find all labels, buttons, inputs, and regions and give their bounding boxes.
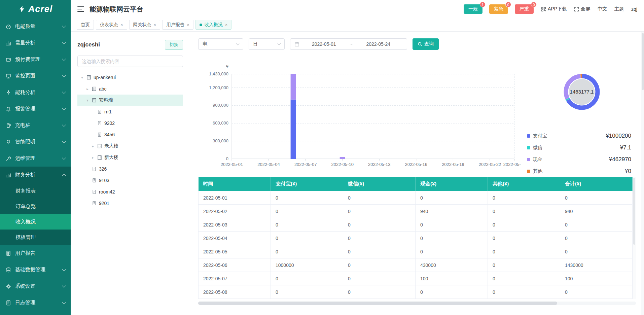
tab-home[interactable]: 首页	[77, 20, 94, 30]
svg-text:1463177.1: 1463177.1	[570, 89, 594, 95]
basic-data-icon	[5, 267, 11, 273]
scrollbar-thumb[interactable]	[633, 178, 635, 245]
tree-node-3456[interactable]: 3456	[77, 129, 183, 140]
sidebar: Acrel 电能质量需量分析预付费管理监控页面能耗分析报警管理充电桩智能照明运维…	[0, 0, 71, 315]
sidebar-item-basic-data[interactable]: 基础数据管理	[0, 261, 71, 278]
legend-value: ¥7.1	[620, 144, 631, 151]
tree-node-abc[interactable]: ▸abc	[77, 83, 183, 95]
sidebar-item-monitor-page[interactable]: 监控页面	[0, 68, 71, 84]
close-icon[interactable]: ×	[120, 23, 123, 27]
tree-node-rrr1[interactable]: rrr1	[77, 106, 183, 117]
sidebar-item-system-settings[interactable]: 系统设置	[0, 278, 71, 294]
tree-node-room42[interactable]: room42	[77, 186, 183, 198]
table-cell: 0	[271, 232, 343, 245]
svg-text:2022-05-24: 2022-05-24	[503, 162, 521, 167]
close-icon[interactable]: ×	[154, 23, 156, 27]
sidebar-item-power-quality[interactable]: 电能质量	[0, 18, 71, 35]
sidebar-item-order-overview[interactable]: 订单总览	[0, 199, 71, 214]
tree-node-老大楼[interactable]: ▸老大楼	[77, 140, 183, 152]
tree-node-up-ankerui[interactable]: ▾up-ankerui	[77, 72, 183, 83]
alert-pills: 一般1紧急0严重0	[464, 4, 534, 14]
sidebar-item-ops-management[interactable]: 运维管理	[0, 150, 71, 167]
sidebar-item-income-overview[interactable]: 收入概况	[0, 214, 71, 230]
sidebar-item-label: 基础数据管理	[15, 267, 45, 273]
sidebar-item-prepaid-management[interactable]: 预付费管理	[0, 51, 71, 68]
topbar-right: 一般1紧急0严重0 APP下载 全屏 中文	[464, 4, 637, 14]
tree-node-326[interactable]: 326	[77, 163, 183, 175]
tab-gateway-status[interactable]: 网关状态×	[129, 20, 160, 30]
table-row: 2022-05-061000000043000001430000	[199, 258, 633, 272]
sidebar-item-log-management[interactable]: 日志管理	[0, 294, 71, 311]
switch-project-button[interactable]: 切换	[165, 40, 183, 50]
table-cell: 0	[416, 218, 488, 232]
page-scrollbar[interactable]	[641, 32, 644, 315]
legend-label: 其他	[533, 168, 542, 174]
legend-value: ¥0	[625, 168, 631, 175]
scrollbar-thumb[interactable]	[642, 33, 644, 90]
svg-text:2022-05-13: 2022-05-13	[368, 162, 391, 167]
alert-pill-critical[interactable]: 严重0	[515, 4, 534, 14]
tree-search-input[interactable]	[77, 56, 183, 67]
legend-item-现金[interactable]: 现金¥462970	[527, 153, 631, 165]
table-vertical-scrollbar[interactable]	[633, 177, 636, 299]
sidebar-item-label: 系统设置	[15, 283, 35, 289]
caret-right-icon[interactable]: ▸	[91, 155, 95, 160]
chevron-down-icon	[278, 42, 281, 45]
date-range-picker[interactable]: 2022-05-01 ~ 2022-05-24	[290, 38, 407, 50]
caret-right-icon[interactable]: ▸	[85, 87, 90, 91]
fullscreen-button[interactable]: 全屏	[574, 6, 590, 12]
scrollbar-thumb[interactable]	[198, 302, 557, 305]
sidebar-item-charging-pile[interactable]: 充电桩	[0, 117, 71, 134]
energy-type-select[interactable]: 电	[198, 38, 243, 50]
sidebar-item-energy-analysis[interactable]: 能耗分析	[0, 84, 71, 101]
tree-node-新大楼[interactable]: ▸新大楼	[77, 152, 183, 163]
legend-item-微信[interactable]: 微信¥7.1	[527, 142, 631, 153]
user-menu[interactable]: zqj	[631, 6, 637, 12]
date-separator: ~	[348, 41, 354, 47]
legend-item-支付宝[interactable]: 支付宝¥1000200	[527, 130, 631, 142]
sidebar-item-demand-analysis[interactable]: 需量分析	[0, 35, 71, 51]
caret-down-icon[interactable]: ▾	[85, 98, 90, 103]
sidebar-item-template-management[interactable]: 模板管理	[0, 230, 71, 245]
svg-text:1,200,000: 1,200,000	[209, 85, 228, 90]
theme-label: 主题	[614, 6, 624, 12]
alert-pill-general[interactable]: 一般1	[464, 4, 482, 14]
query-button[interactable]: 查询	[413, 38, 439, 50]
period-select[interactable]: 日	[249, 38, 285, 50]
caret-down-icon[interactable]: ▾	[80, 75, 84, 80]
sidebar-item-user-report[interactable]: 用户报告	[0, 245, 71, 261]
alert-count-badge: 0	[505, 2, 511, 7]
building-icon	[97, 143, 102, 149]
legend-item-其他[interactable]: 其他¥0	[527, 165, 631, 177]
finance-analysis-icon	[5, 172, 11, 178]
sidebar-item-alarm-management[interactable]: 报警管理	[0, 101, 71, 117]
legend-value: ¥462970	[609, 156, 631, 163]
sidebar-item-smart-lighting[interactable]: 智能照明	[0, 134, 71, 150]
menu-collapse-icon[interactable]	[77, 6, 84, 12]
close-icon[interactable]: ×	[187, 23, 189, 27]
tree-node-label: 新大楼	[104, 154, 118, 161]
caret-right-icon[interactable]: ▸	[91, 144, 95, 148]
tree-node-9202[interactable]: 9202	[77, 117, 183, 129]
table-horizontal-scrollbar[interactable]	[198, 302, 636, 305]
donut-column: 1463177.1 支付宝¥1000200微信¥7.1现金¥462970其他¥0	[521, 54, 636, 177]
tab-user-report[interactable]: 用户报告×	[162, 20, 193, 30]
tree-node-9103[interactable]: 9103	[77, 175, 183, 186]
table-cell: 0	[271, 285, 343, 299]
theme-switch[interactable]: 主题	[614, 6, 624, 12]
chevron-down-icon	[62, 139, 66, 143]
app-download-link[interactable]: APP下载	[541, 6, 567, 12]
sidebar-item-finance-report[interactable]: 财务报表	[0, 183, 71, 199]
tab-income-overview[interactable]: 收入概况×	[195, 20, 232, 30]
sidebar-item-finance-analysis[interactable]: 财务分析	[0, 167, 71, 183]
alert-pill-urgent[interactable]: 紧急0	[489, 4, 508, 14]
table-cell: 0	[343, 205, 416, 218]
legend-swatch	[527, 134, 530, 138]
language-switch[interactable]: 中文	[598, 6, 607, 12]
tab-meter-status[interactable]: 仪表状态×	[96, 20, 127, 30]
tree-node-安科瑞[interactable]: ▾安科瑞	[77, 95, 183, 106]
app-download-label: APP下载	[548, 6, 567, 12]
tree-node-9201[interactable]: 9201	[77, 198, 183, 209]
table-row: 2022-05-0500000	[199, 245, 633, 258]
close-icon[interactable]: ×	[225, 23, 228, 27]
